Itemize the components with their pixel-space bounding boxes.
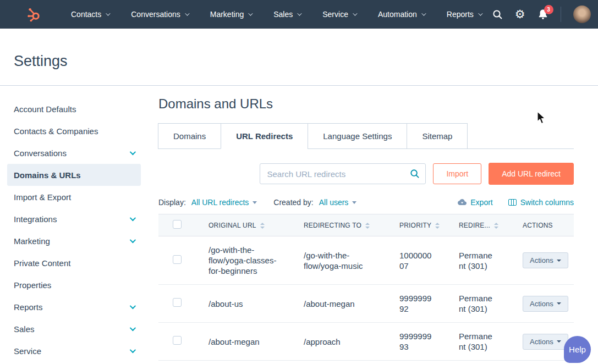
sort-arrows-icon[interactable] (435, 223, 440, 229)
column-header[interactable]: ORIGINAL URL (201, 214, 297, 236)
original-url-cell: /about-us (201, 285, 297, 323)
nav-menu-item[interactable]: Marketing (199, 0, 262, 29)
search-input[interactable] (260, 163, 426, 184)
sidebar-item[interactable]: Import & Export (7, 186, 141, 208)
import-button[interactable]: Import (433, 163, 481, 184)
nav-right-cluster: ⚙ 3 (492, 0, 598, 29)
actions-dropdown-button[interactable]: Actions (523, 252, 568, 268)
add-url-redirect-button[interactable]: Add URL redirect (489, 163, 574, 185)
caret-down-icon (557, 260, 561, 262)
sidebar-item[interactable]: Conversations (7, 142, 141, 164)
select-all-checkbox[interactable] (173, 220, 182, 229)
tab[interactable]: Sitemap (407, 123, 468, 149)
actions-cell: Actions (515, 236, 574, 285)
sidebar-item-label: Sales (14, 324, 35, 334)
sidebar-item-label: Account Defaults (14, 104, 76, 114)
actions-dropdown-button[interactable]: Actions (523, 334, 568, 350)
table-header-row: ORIGINAL URL REDIRECTING TO PRIORITY RED… (158, 214, 574, 236)
sidebar-item-label: Service (14, 346, 41, 356)
sidebar-item-label: Reports (14, 302, 43, 312)
user-avatar[interactable] (573, 5, 591, 23)
hubspot-logo-icon[interactable] (26, 7, 41, 22)
column-header[interactable]: REDIRECTING TO (297, 214, 392, 236)
sidebar-item[interactable]: Domains & URLs (7, 164, 141, 186)
nav-menu-item[interactable]: Contacts (60, 0, 120, 29)
sidebar-item[interactable]: Properties (7, 274, 141, 296)
sidebar-item[interactable]: Sales (7, 318, 141, 340)
search-icon[interactable] (492, 9, 503, 20)
sort-arrows-icon[interactable] (494, 223, 498, 229)
notification-badge: 3 (544, 5, 553, 14)
priority-cell: 999999993 (392, 323, 452, 361)
chevron-down-icon (130, 237, 136, 243)
sidebar-item-label: Import & Export (14, 192, 71, 202)
export-link[interactable]: Export (458, 198, 492, 207)
sidebar-item[interactable]: Contacts & Companies (7, 120, 141, 142)
switch-columns-link[interactable]: Switch columns (508, 198, 574, 207)
search-icon[interactable] (410, 169, 420, 179)
tab[interactable]: Domains (158, 123, 221, 149)
display-filter-dropdown[interactable]: All URL redirects (191, 198, 257, 207)
sidebar-item-label: Conversations (14, 148, 67, 158)
sidebar-item[interactable]: Marketing (7, 230, 141, 252)
chevron-down-icon (353, 11, 357, 15)
display-filter: Display: All URL redirects (158, 198, 257, 207)
display-filter-label: Display: (158, 198, 186, 207)
page-title: Settings (14, 53, 68, 70)
actions-dropdown-button[interactable]: Actions (523, 296, 568, 312)
select-all-cell (158, 214, 201, 236)
table-row: /about-us /about-megan 999999992 Permane… (158, 285, 574, 323)
nav-menu-item[interactable]: Reports (436, 0, 492, 29)
chevron-down-icon (130, 325, 136, 331)
chevron-down-icon (185, 11, 189, 15)
caret-down-icon (352, 201, 356, 204)
sidebar-item[interactable]: Service (7, 340, 141, 362)
nav-menu-item[interactable]: Service (311, 0, 367, 29)
chevron-down-icon (421, 11, 426, 15)
row-checkbox[interactable] (173, 298, 182, 307)
nav-menu-item-label: Service (322, 10, 348, 19)
export-cloud-icon (458, 199, 467, 206)
column-header[interactable]: ACTIONS (515, 214, 574, 236)
column-header[interactable]: REDIRE... (452, 214, 515, 236)
sidebar-item-label: Marketing (14, 236, 50, 246)
sidebar-item[interactable]: Account Defaults (7, 98, 141, 120)
sidebar-item[interactable]: Reports (7, 296, 141, 318)
row-checkbox[interactable] (173, 255, 182, 264)
section-title: Domains and URLs (158, 96, 574, 112)
tab-bar: Domains URL Redirects Language Settings … (158, 123, 574, 149)
sidebar-item[interactable]: Integrations (7, 208, 141, 230)
sidebar-item-label: Domains & URLs (14, 170, 81, 180)
column-header[interactable]: PRIORITY (392, 214, 452, 236)
help-button[interactable]: Help (564, 336, 591, 363)
notifications-bell-icon[interactable]: 3 (537, 9, 548, 20)
sort-arrows-icon[interactable] (365, 223, 370, 229)
nav-menu-item[interactable]: Automation (367, 0, 436, 29)
created-by-filter-dropdown[interactable]: All users (319, 198, 357, 207)
redirecting-to-cell: /go-with-the-flow/yoga-music (297, 236, 392, 285)
sidebar-item-label: Properties (14, 280, 51, 290)
url-redirects-table-wrap: ORIGINAL URL REDIRECTING TO PRIORITY RED… (158, 214, 574, 361)
tab[interactable]: Language Settings (308, 123, 407, 149)
table-row: /about-megan /approach 999999993 Permane… (158, 323, 574, 361)
sidebar-item-label: Contacts & Companies (14, 126, 98, 136)
table-tools: Export Switch columns (458, 198, 574, 207)
switch-columns-icon (508, 199, 517, 206)
chevron-down-icon (130, 347, 136, 353)
nav-menu-item[interactable]: Sales (262, 0, 311, 29)
settings-gear-icon[interactable]: ⚙ (515, 9, 525, 20)
nav-menu: Contacts Conversations Marketing Sales S… (60, 0, 492, 29)
column-header-label: REDIRECTING TO (304, 222, 361, 229)
nav-menu-item[interactable]: Conversations (120, 0, 199, 29)
caret-down-icon (253, 201, 257, 204)
search-field-wrap (260, 163, 426, 184)
row-checkbox[interactable] (173, 336, 182, 345)
chevron-down-icon (297, 11, 301, 15)
sidebar-item[interactable]: Private Content (7, 252, 141, 274)
chevron-down-icon (130, 303, 136, 309)
chevron-down-icon (106, 11, 110, 15)
table-row: /go-with-the-flow/yoga-classes-for-begin… (158, 236, 574, 285)
original-url-cell: /about-megan (201, 323, 297, 361)
sort-arrows-icon[interactable] (260, 223, 265, 229)
tab[interactable]: URL Redirects (221, 123, 308, 149)
